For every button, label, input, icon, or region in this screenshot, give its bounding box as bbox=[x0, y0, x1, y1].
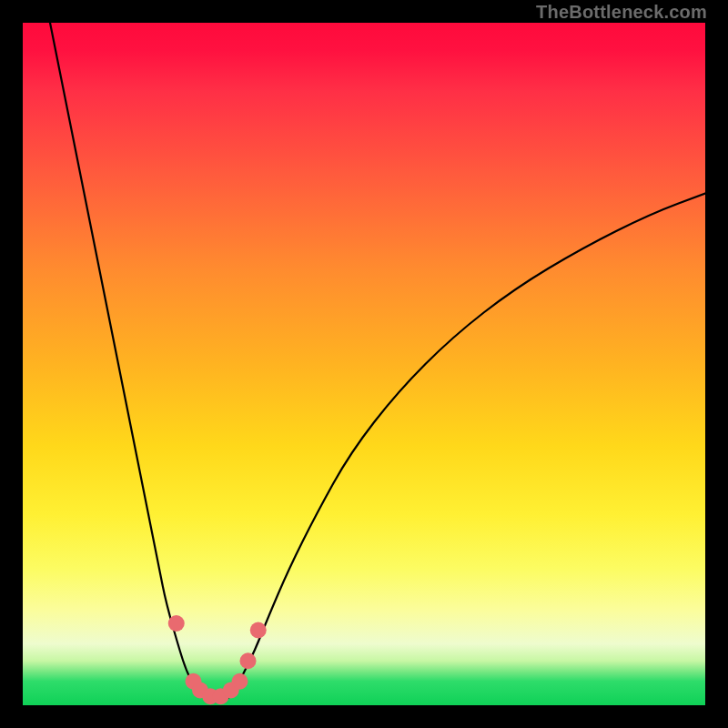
bottleneck-curve bbox=[23, 23, 705, 705]
attribution-text: TheBottleneck.com bbox=[536, 2, 707, 23]
chart-frame: TheBottleneck.com bbox=[0, 0, 728, 728]
plot-area bbox=[23, 23, 705, 705]
